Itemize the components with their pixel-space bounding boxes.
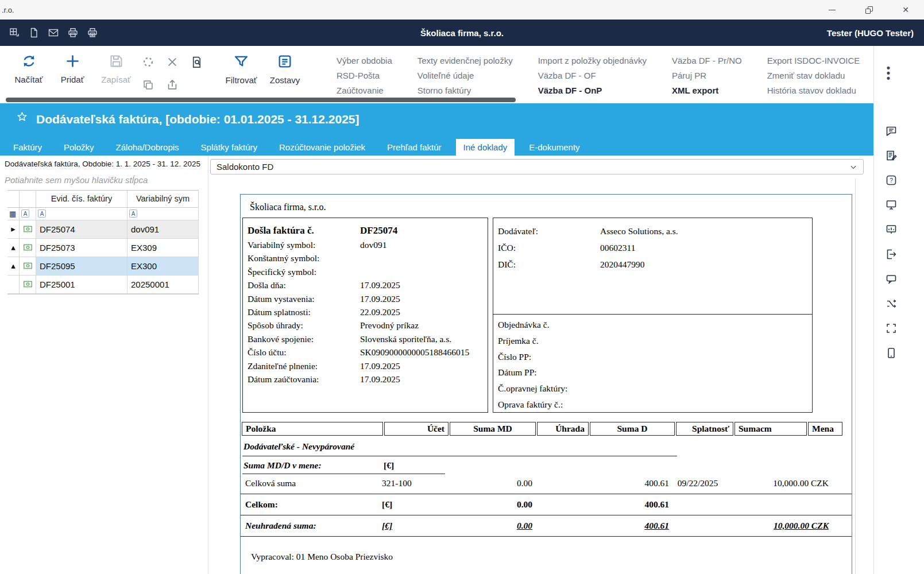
copy-icon[interactable] — [141, 78, 155, 92]
mobile-icon[interactable] — [880, 347, 903, 359]
toolbar-scrollbar-thumb[interactable] — [6, 98, 516, 102]
add-button[interactable]: Pridať — [51, 53, 94, 97]
save-button[interactable]: Zapísať — [94, 53, 138, 97]
column-header-vs[interactable]: Variabilný sym — [127, 191, 199, 208]
filter-cell[interactable]: A — [36, 208, 127, 220]
box-divider — [493, 314, 812, 315]
document-icon[interactable] — [29, 28, 39, 38]
tab[interactable]: Splátky faktúry — [194, 139, 265, 156]
restore-button[interactable] — [850, 0, 887, 20]
minimize-button[interactable] — [814, 0, 850, 20]
kebab-menu-icon[interactable]: ••• — [883, 65, 894, 81]
money-icon — [20, 257, 36, 276]
group-by-hint[interactable]: Potiahnite sem myšou hlavičku stĺpca — [5, 175, 203, 185]
filter-cell[interactable]: A — [20, 208, 36, 220]
toolbar-menu-item[interactable]: Voliteľné údaje — [417, 71, 513, 80]
favorite-star-icon[interactable] — [16, 111, 28, 125]
grid-header-row: Evid. čís. faktúry Variabilný sym — [7, 191, 198, 208]
integrations-icon[interactable] — [880, 298, 903, 309]
tab[interactable]: Rozúčtovanie položiek — [272, 139, 373, 156]
row-state-indicator — [7, 276, 20, 294]
print-preview-icon[interactable] — [87, 28, 98, 38]
display-icon[interactable] — [880, 224, 903, 235]
share-icon[interactable] — [165, 78, 179, 92]
reports-button[interactable]: Zostavy — [263, 53, 307, 97]
tab[interactable]: Prehľad faktúr — [380, 139, 449, 156]
toolbar-menu-item[interactable]: Storno faktúry — [417, 86, 513, 95]
currency-sum-row: Suma MD/D v mene: [€] — [242, 460, 445, 474]
toolbar-menu-item[interactable]: Väzba DF - OF — [538, 71, 647, 80]
comment-icon[interactable] — [880, 273, 903, 285]
doc-field-label: Špecifický symbol: — [248, 265, 360, 278]
document-viewport[interactable]: Školiaca firma, s.r.o. Došla faktúra č. … — [209, 179, 856, 574]
sign-out-icon[interactable] — [880, 249, 903, 260]
doc-field-value: DF25074 — [360, 223, 482, 238]
doc-search-icon[interactable] — [190, 55, 203, 69]
spinner-icon[interactable] — [141, 55, 155, 69]
doc-field-label: Konštantný symbol: — [248, 251, 360, 265]
tab[interactable]: Položky — [56, 139, 102, 156]
tab[interactable]: Záloha/Dobropis — [109, 139, 187, 156]
monitor-icon[interactable] — [880, 199, 903, 211]
toolbar-menu-item[interactable]: Export ISDOC-INVOICE — [767, 56, 860, 65]
saldo-suma-d: 400.61 — [584, 478, 669, 488]
toolbar-menu-item[interactable]: História stavov dokladu — [767, 86, 860, 95]
filter-button[interactable]: Filtrovať — [219, 53, 263, 97]
tab[interactable]: Faktúry — [6, 139, 49, 156]
toolbar-menu-item[interactable]: Výber obdobia — [337, 56, 392, 65]
select-all-cell[interactable]: ▦ — [7, 208, 20, 220]
doc-field-label: Dátum zaúčtovania: — [248, 373, 360, 386]
invoice-row[interactable]: ▴ DF25095 EX300 — [7, 257, 198, 276]
cancel-icon[interactable] — [165, 55, 179, 69]
form-icon[interactable] — [880, 150, 903, 161]
supplier-rows: Dodávateľ: Asseco Solutions, a.s. IČO: 0… — [498, 223, 806, 273]
window-controls: ✕ — [814, 0, 924, 20]
totals-separator — [241, 515, 852, 515]
chat-icon[interactable] — [880, 125, 903, 137]
toolbar-menu-item[interactable]: XML export — [672, 86, 742, 95]
toolbar-menu-item[interactable]: Páruj PR — [672, 71, 742, 80]
supplier-field-value: Asseco Solutions, a.s. — [600, 223, 806, 239]
print-icon[interactable] — [68, 28, 78, 38]
toolbar-menu-item[interactable]: Väzba DF - Pr/NO — [672, 56, 742, 65]
variable-symbol-cell: EX309 — [127, 239, 199, 257]
invoice-number-cell: DF25095 — [36, 257, 127, 276]
toolbar-menu-column-3: Import z položky objednávkyVäzba DF - OF… — [538, 56, 647, 97]
report-view-select[interactable]: Saldokonto FD — [210, 159, 864, 174]
help-icon[interactable]: ? — [880, 174, 903, 186]
fullscreen-icon[interactable] — [880, 323, 903, 334]
logged-in-user[interactable]: Tester (HUGO Tester) — [827, 28, 924, 38]
totals-separator — [241, 536, 852, 537]
toolbar-menu-item[interactable]: Texty evidenčnej položky — [417, 56, 513, 65]
toolbar-menu-item[interactable]: Import z položky objednávky — [538, 56, 647, 65]
load-button[interactable]: Načítať — [7, 53, 51, 97]
filter-cell[interactable]: A — [127, 208, 199, 220]
invoice-list-panel: Dodávateľská faktúra, Obdobie: 1. 1. 202… — [0, 156, 208, 574]
invoice-row[interactable]: ▸ DF25074 dov091 — [7, 220, 198, 239]
toolbar-menu-item[interactable]: RSD-Pošta — [337, 71, 392, 80]
row-state-indicator: ▴ — [7, 239, 20, 257]
row-state-indicator: ▴ — [7, 257, 20, 276]
svg-text:?: ? — [890, 177, 893, 184]
column-header-evid[interactable]: Evid. čís. faktúry — [36, 191, 127, 208]
tab[interactable]: Iné doklady — [456, 139, 515, 156]
invoice-number-cell: DF25001 — [36, 276, 127, 294]
supplier-box: Dodávateľ: Asseco Solutions, a.s. IČO: 0… — [493, 218, 813, 413]
doc-field-value: SK0909000000005188466015 — [360, 346, 482, 359]
saldo-column-header: Položka — [242, 422, 383, 436]
main-content: Dodávateľská faktúra, Obdobie: 1. 1. 202… — [0, 156, 873, 574]
excel-export-icon[interactable] — [9, 28, 20, 38]
toolbar-menu-item[interactable]: Zaúčtovanie — [337, 86, 392, 95]
saldo-suma-md: 0.00 — [446, 478, 532, 488]
toolbar-menu-item[interactable]: Zmeniť stav dokladu — [767, 71, 860, 80]
mail-icon[interactable] — [48, 28, 59, 38]
invoice-row[interactable]: ▴ DF25073 EX309 — [7, 239, 198, 257]
tab[interactable]: E-dokumenty — [521, 139, 587, 156]
supplier-field-value: 2020447990 — [600, 256, 806, 273]
invoice-row[interactable]: DF25001 20250001 — [7, 276, 198, 294]
doc-field-label: Zdaniteľné plnenie: — [248, 359, 360, 373]
toolbar-menu-item[interactable]: Väzba DF - OnP — [538, 86, 647, 95]
saldo-uhrada — [532, 478, 584, 488]
close-button[interactable]: ✕ — [887, 0, 924, 20]
window-title: .r.o. — [0, 6, 814, 14]
